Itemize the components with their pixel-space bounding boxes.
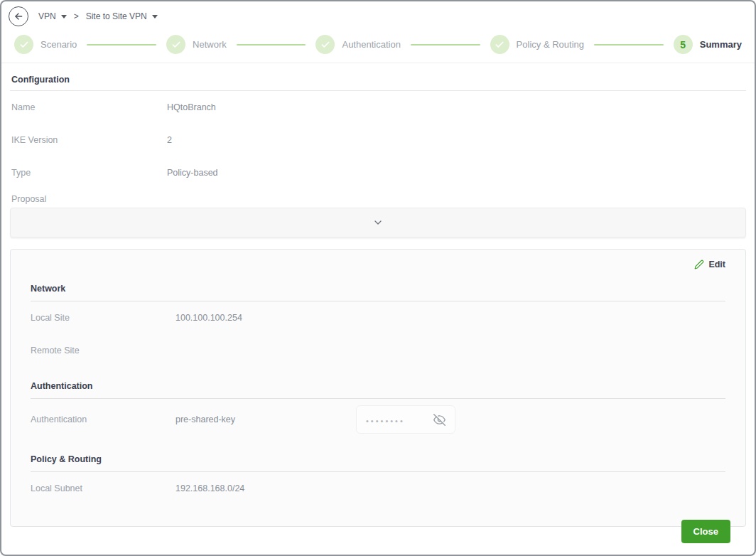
check-icon	[490, 35, 509, 54]
row-local-site: Local Site 100.100.100.254	[31, 301, 725, 334]
row-remote-site: Remote Site	[31, 334, 725, 367]
local-subnet-label: Local Subnet	[31, 483, 176, 493]
chevron-down-icon	[152, 15, 158, 18]
proposal-collapse-toggle[interactable]	[10, 208, 746, 237]
chevron-down-icon	[61, 15, 67, 18]
step-scenario[interactable]: Scenario	[14, 35, 77, 54]
pre-shared-key-field[interactable]: ••••••••	[356, 405, 455, 434]
step-connector	[87, 44, 156, 46]
configuration-section-title: Configuration	[10, 63, 746, 91]
name-value: HQtoBranch	[167, 102, 216, 112]
step-number-badge: 5	[674, 35, 693, 54]
vpn-wizard-page: VPN > Site to Site VPN Scenario Network	[0, 0, 756, 556]
step-connector	[237, 44, 306, 46]
step-label: Scenario	[40, 39, 77, 50]
config-row-name: Name HQtoBranch	[10, 91, 746, 124]
check-icon	[315, 35, 335, 54]
check-icon	[166, 35, 185, 54]
check-icon	[14, 35, 33, 54]
summary-panel: Edit Network Local Site 100.100.100.254 …	[10, 249, 746, 527]
masked-password: ••••••••	[366, 415, 405, 425]
step-authentication[interactable]: Authentication	[315, 35, 400, 54]
chevron-down-icon	[372, 217, 384, 228]
edit-button[interactable]: Edit	[694, 260, 725, 269]
breadcrumb-vpn-dropdown[interactable]: VPN	[38, 11, 67, 21]
step-connector	[594, 44, 664, 46]
authentication-section-title: Authentication	[31, 367, 725, 399]
step-label: Network	[193, 39, 227, 50]
step-label: Policy & Routing	[517, 39, 584, 50]
top-bar: VPN > Site to Site VPN	[1, 1, 755, 29]
step-label: Authentication	[342, 39, 400, 50]
breadcrumb: VPN > Site to Site VPN	[38, 11, 158, 21]
config-row-ike-version: IKE Version 2	[10, 124, 746, 156]
breadcrumb-vpn-label: VPN	[38, 11, 56, 21]
step-summary[interactable]: 5 Summary	[674, 35, 742, 54]
step-network[interactable]: Network	[166, 35, 227, 54]
local-subnet-value: 192.168.168.0/24	[176, 483, 244, 493]
step-policy-routing[interactable]: Policy & Routing	[490, 35, 584, 54]
authentication-label: Authentication	[31, 415, 176, 424]
step-label: Summary	[700, 39, 742, 50]
breadcrumb-site-to-site-dropdown[interactable]: Site to Site VPN	[86, 11, 158, 21]
proposal-label: Proposal	[11, 194, 746, 204]
main-content: Configuration Name HQtoBranch IKE Versio…	[1, 63, 755, 527]
step-connector	[411, 44, 480, 46]
remote-site-label: Remote Site	[31, 346, 176, 355]
breadcrumb-site-to-site-label: Site to Site VPN	[86, 11, 147, 21]
network-section-title: Network	[31, 269, 725, 301]
pencil-icon	[694, 260, 704, 269]
policy-routing-section-title: Policy & Routing	[31, 440, 725, 472]
eye-off-icon[interactable]	[433, 414, 446, 426]
ike-version-value: 2	[167, 135, 172, 145]
type-value: Policy-based	[167, 168, 218, 178]
authentication-value: pre-shared-key	[176, 415, 356, 424]
row-authentication: Authentication pre-shared-key ••••••••	[31, 399, 725, 440]
type-label: Type	[11, 168, 167, 178]
config-row-type: Type Policy-based	[10, 156, 746, 189]
name-label: Name	[11, 102, 167, 112]
local-site-value: 100.100.100.254	[176, 313, 242, 323]
ike-version-label: IKE Version	[11, 135, 167, 145]
edit-button-label: Edit	[708, 260, 725, 269]
breadcrumb-separator: >	[74, 11, 79, 21]
close-button[interactable]: Close	[681, 520, 730, 543]
arrow-left-icon	[13, 11, 24, 22]
panel-edit-row: Edit	[31, 260, 725, 269]
row-local-subnet: Local Subnet 192.168.168.0/24	[31, 472, 725, 505]
back-button[interactable]	[9, 6, 28, 26]
local-site-label: Local Site	[31, 313, 176, 323]
wizard-stepper: Scenario Network Authentication Policy &…	[1, 29, 755, 63]
